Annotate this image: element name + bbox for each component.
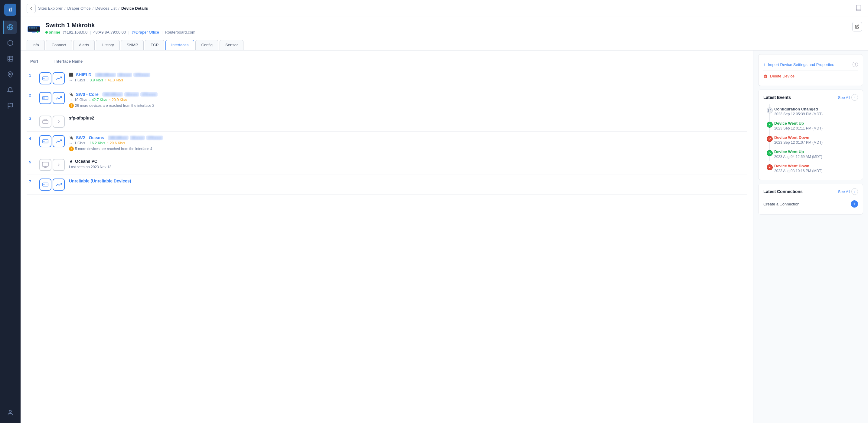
interface-stats: ↔ 1 Gb/s ↓ 16.2 Kb/s ↑ 29.6 Kb/s	[69, 141, 745, 145]
create-connection-row: Create a Connection +	[763, 198, 858, 210]
port-icons	[39, 179, 65, 191]
event-dot-up	[767, 150, 773, 156]
svg-rect-16	[43, 77, 48, 80]
sidebar-item-network[interactable]	[3, 21, 17, 34]
interface-name[interactable]: SHIELD	[76, 72, 91, 77]
event-time: 2023 Sep 12 01:11 PM (MDT)	[774, 126, 858, 130]
interface-note: Last seen on 2023 Nov 13	[69, 165, 745, 169]
port-number: 7	[29, 180, 35, 184]
stat-speed: 1 Gb/s	[74, 78, 85, 82]
see-all-connections-button[interactable]: See All ›	[838, 188, 858, 195]
edit-button[interactable]	[852, 22, 862, 31]
breadcrumb-sep-2: /	[93, 6, 94, 10]
topbar: Sites Explorer / Draper Office / Devices…	[21, 0, 868, 17]
breadcrumb-sites[interactable]: Sites Explorer	[38, 6, 63, 10]
note-text: 5 more devices are reached from the inte…	[75, 147, 152, 151]
ip-pill: 10.x.x.x	[124, 92, 140, 96]
interface-row: 1	[27, 69, 747, 88]
svg-rect-35	[43, 183, 48, 186]
interface-name[interactable]: sfp-sfpplus2	[69, 116, 94, 120]
tab-history[interactable]: History	[96, 40, 120, 50]
delete-action[interactable]: 🗑 Delete Device	[763, 70, 858, 81]
chart-icon[interactable]	[53, 135, 65, 147]
port-icons	[39, 159, 65, 171]
sidebar-item-account[interactable]	[4, 406, 17, 419]
interface-name[interactable]: Oceans PC	[75, 159, 97, 164]
connector-icon	[39, 116, 52, 128]
sidebar-item-reports[interactable]	[4, 52, 17, 65]
sidebar-item-alerts[interactable]	[4, 84, 17, 97]
event-dot-neutral	[767, 108, 773, 114]
svg-rect-15	[32, 32, 36, 33]
ip-pill: 10.x.x.x	[130, 135, 145, 140]
interface-details: 🔌 SW0 - Core 192.168.x.x 10.x.x.x 172.x.…	[69, 92, 745, 108]
meta-sep-1: |	[90, 30, 91, 34]
ip-pill: 192.168.x.x	[95, 72, 116, 77]
tab-alerts[interactable]: Alerts	[73, 40, 95, 50]
interface-details: ⬛ SHIELD 192.168.x.x 10.x.x.x 172.x.x.x …	[69, 72, 745, 82]
breadcrumb-current: Device Details	[121, 6, 148, 10]
tab-sensor[interactable]: Sensor	[220, 40, 244, 50]
switch-icon[interactable]	[39, 135, 52, 147]
interface-name-row: 🖥 Oceans PC	[69, 159, 745, 164]
sidebar-item-devices[interactable]	[4, 36, 17, 50]
interface-name-row: ⬛ SHIELD 192.168.x.x 10.x.x.x 172.x.x.x	[69, 72, 745, 77]
see-all-events-button[interactable]: See All ›	[838, 94, 858, 101]
event-name: Configuration Changed	[774, 107, 858, 111]
see-all-chevron: ›	[851, 94, 858, 101]
stat-down: ↓ 3.9 Kb/s	[87, 78, 103, 82]
help-icon[interactable]: ?	[852, 62, 858, 67]
interface-note: ! 26 more devices are reached from the i…	[69, 103, 745, 108]
interface-name[interactable]: Unreliable (Unreliable Devices)	[69, 179, 131, 183]
ip-pill: 10.x.x.x	[117, 72, 132, 77]
stat-speed: 1 Gb/s	[74, 141, 85, 145]
breadcrumb-draper[interactable]: Draper Office	[67, 6, 91, 10]
import-label: Import Device Settings and Properties	[768, 62, 834, 67]
see-all-label: See All	[838, 95, 850, 100]
breadcrumb-sep-3: /	[118, 6, 120, 10]
back-button[interactable]	[27, 4, 36, 13]
status-dot	[45, 31, 48, 34]
svg-rect-32	[42, 162, 49, 167]
tab-snmp[interactable]: SNMP	[121, 40, 144, 50]
interface-name-row: 🔌 SW2 - Oceans 192.168.x.x 10.x.x.x 172.…	[69, 135, 745, 140]
chart-icon-inactive[interactable]	[53, 116, 65, 128]
event-dot-down	[767, 136, 773, 142]
device-site-link[interactable]: @Draper Office	[132, 30, 159, 34]
port-number: 5	[29, 160, 35, 164]
delete-icon: 🗑	[763, 73, 768, 79]
port-number: 4	[29, 137, 35, 141]
import-action[interactable]: ↑ Import Device Settings and Properties …	[763, 59, 858, 70]
switch-icon[interactable]	[39, 179, 52, 191]
tab-tcp[interactable]: TCP	[145, 40, 164, 50]
device-icon	[27, 22, 41, 36]
event-item: Device Went Up 2023 Aug 04 12:59 AM (MDT…	[769, 147, 858, 161]
switch-icon[interactable]	[39, 72, 52, 84]
sidebar-item-issues[interactable]	[4, 99, 17, 113]
sidebar-item-map[interactable]	[4, 68, 17, 81]
chart-icon[interactable]	[53, 179, 65, 191]
ip-pill: 192.168.x.x	[108, 135, 128, 140]
tab-connect[interactable]: Connect	[46, 40, 72, 50]
app-logo[interactable]: d	[4, 4, 16, 16]
interface-details: 🖥 Oceans PC Last seen on 2023 Nov 13	[69, 159, 745, 169]
book-icon[interactable]	[855, 4, 862, 12]
device-name: Switch 1 Mikrotik	[45, 22, 848, 29]
chart-icon-inactive[interactable]	[53, 159, 65, 171]
breadcrumb-devices-list[interactable]: Devices List	[95, 6, 117, 10]
tab-interfaces[interactable]: Interfaces	[165, 40, 194, 50]
interface-name[interactable]: SW2 - Oceans	[76, 135, 104, 140]
switch-icon[interactable]	[39, 92, 52, 104]
see-all-connections-chevron: ›	[851, 188, 858, 195]
interface-name[interactable]: SW0 - Core	[76, 92, 99, 97]
meta-sep-2: |	[128, 30, 129, 34]
connections-title: Latest Connections	[763, 189, 803, 194]
tab-config[interactable]: Config	[195, 40, 218, 50]
svg-point-14	[37, 31, 39, 33]
tab-info[interactable]: Info	[27, 40, 45, 50]
chart-icon[interactable]	[53, 72, 65, 84]
event-content: Configuration Changed 2023 Sep 12 05:39 …	[774, 107, 858, 116]
col-header-name: Interface Name	[55, 59, 743, 64]
create-connection-button[interactable]: +	[851, 200, 858, 208]
chart-icon[interactable]	[53, 92, 65, 104]
